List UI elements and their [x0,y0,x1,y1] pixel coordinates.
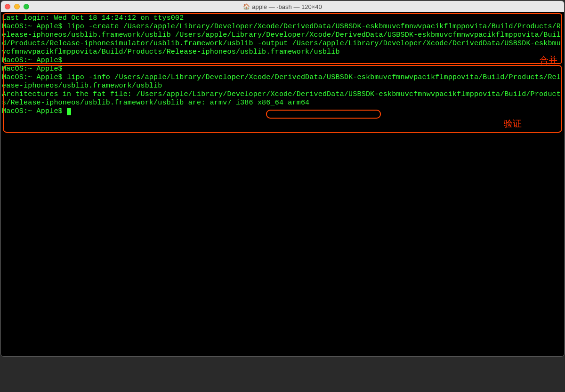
close-button[interactable] [5,4,10,9]
arch-output-list: armv7 i386 x86_64 arm64 [210,99,310,107]
traffic-lights [5,4,29,9]
lipo-create-command: lipo -create /Users/apple/Library/Develo… [2,23,561,56]
annotation-label-merge: 合并 [540,54,557,66]
terminal-body[interactable]: Last login: Wed Oct 18 14:24:12 on ttys0… [1,12,564,356]
terminal-window: 🏠 apple — -bash — 120×40 Last login: Wed… [1,1,564,356]
terminal-output: Last login: Wed Oct 18 14:24:12 on ttys0… [2,14,563,116]
cursor [67,108,71,115]
zoom-button[interactable] [24,4,29,9]
prompt: MacOS:~ Apple$ [2,65,67,73]
annotation-label-verify: 验证 [504,118,522,130]
home-icon: 🏠 [243,3,250,10]
prompt: MacOS:~ Apple$ [2,56,67,64]
prompt: MacOS:~ Apple$ [2,23,67,31]
prompt: MacOS:~ Apple$ [2,73,67,81]
login-line: Last login: Wed Oct 18 14:24:12 on ttys0… [2,14,184,22]
window-title: 🏠 apple — -bash — 120×40 [243,3,322,10]
minimize-button[interactable] [14,4,20,9]
titlebar[interactable]: 🏠 apple — -bash — 120×40 [1,1,564,12]
lipo-info-command: lipo -info /Users/apple/Library/Develope… [2,73,561,90]
prompt: MacOS:~ Apple$ [2,107,67,115]
window-title-text: apple — -bash — 120×40 [252,3,322,10]
